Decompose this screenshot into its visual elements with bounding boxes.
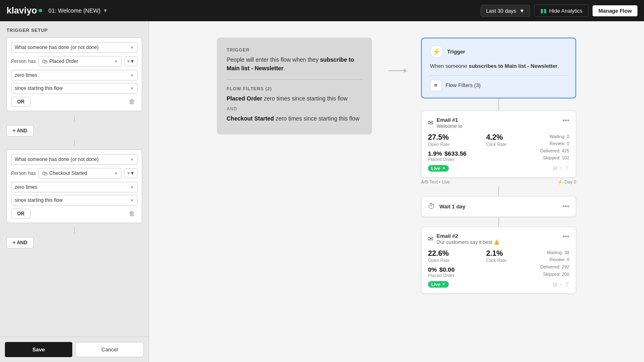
date-range-caret-icon: ▼ [519,8,525,14]
since-select-2[interactable]: since starting this flow ▼ [11,195,138,206]
person-has-row-1: Person has 🛍 Placed Order ▼ +▼ [11,56,138,67]
wait-menu-icon[interactable]: ••• [562,203,569,210]
email-1-placed-order-label: Placed Order [428,157,536,162]
hide-analytics-label: Hide Analytics [549,8,583,14]
trigger-summary-card: TRIGGER People will enter this flow when… [217,38,372,134]
since-caret-icon-1: ▼ [130,86,134,91]
delete-button-2[interactable]: 🗑 [126,209,138,218]
since-label-2: since starting this flow [15,197,62,203]
email-2-card[interactable]: ✉ Email #2 Our customers say it best 👍 •… [421,227,576,294]
email-1-skipped-row: Skipped: 102 [540,154,569,162]
up-icon[interactable]: ↑ [560,165,563,171]
filter-2-suffix: zero times since starting this flow [274,115,359,122]
plus-filter-btn-2[interactable]: +▼ [124,168,138,178]
filter-1-suffix: zero times since starting this flow [262,95,348,102]
shopify-event-1[interactable]: 🛍 Placed Order ▼ [38,56,122,67]
trigger-active-prefix: When someone [430,63,469,69]
up-2-icon[interactable]: ↑ [560,282,563,288]
wait-title: Wait 1 day [439,203,466,210]
manage-flow-button[interactable]: Manage Flow [593,5,637,16]
email-2-live-badge[interactable]: Live ▼ [428,281,449,288]
trigger-active-header: ⚡ Trigger [430,45,567,58]
klaviyo-logo: klaviyo [7,5,42,16]
filter-actions-1: OR 🗑 [11,97,138,107]
times-select-2[interactable]: zero times ▼ [11,182,138,192]
email-2-placed-order-label: Placed Order [428,273,536,278]
save-button[interactable]: Save [5,342,72,357]
since-select-1[interactable]: since starting this flow ▼ [11,83,138,94]
and-button-2[interactable]: + AND [7,237,33,248]
trigger-setup-header: TRIGGER SETUP [0,21,149,38]
filter-block-1: What someone has done (or not done) ▼ Pe… [7,38,142,111]
or-button-2[interactable]: OR [11,209,31,219]
vert-line-2 [498,186,499,196]
times-select-1[interactable]: zero times ▼ [11,70,138,80]
email-2-footer: Live ▼ ⊟ ↑ ⊤ [428,281,569,288]
clock-icon: ⏱ [428,202,435,211]
person-has-label-1: Person has [11,58,36,64]
nav-caret-icon[interactable]: ▼ [103,8,108,13]
filter-2-type-select[interactable]: What someone has done (or not done) ▼ [11,154,138,165]
times-caret-icon-1: ▼ [130,73,134,78]
email-2-menu-icon[interactable]: ••• [562,233,569,240]
filter-1-type-select[interactable]: What someone has done (or not done) ▼ [11,42,138,53]
email-1-header: ✉ Email #1 Welcome to ••• [428,117,569,129]
connector-line-1 [74,115,75,122]
email-1-skipped-val: 102 [562,155,569,160]
email-1-delivered-val: 425 [562,148,569,153]
trigger-active-suffix: . [557,63,559,69]
left-panel: TRIGGER SETUP What someone has done (or … [0,21,149,362]
live-badge-caret-icon: ▼ [442,166,446,170]
email-2-header: ✉ Email #2 Our customers say it best 👍 •… [428,233,569,245]
and-label-2: + AND [13,240,27,246]
email-2-subtitle: Our customers say it best 👍 [437,239,499,245]
email-2-open-rate-label: Open Rate [428,258,478,263]
trigger-lightning-icon: ⚡ [430,45,443,58]
connector-line-2 [74,140,75,146]
since-label-1: since starting this flow [15,85,62,91]
email-2-open-rate: 22.6% Open Rate [428,249,478,263]
since-caret-icon-2: ▼ [130,198,134,203]
email-2-stats: 22.6% Open Rate 2.1% Click Rate [428,249,536,263]
nav-left: klaviyo 01: Welcome (NEW) ▼ [7,5,108,16]
left-panel-footer: Save Cancel [0,337,149,362]
email-2-click-rate: 2.1% Click Rate [486,249,537,263]
date-range-label: Last 30 days [486,8,516,14]
date-range-select[interactable]: Last 30 days ▼ [481,5,530,17]
delete-button-1[interactable]: 🗑 [126,97,138,106]
email-2-click-rate-label: Click Rate [486,258,537,263]
and-label-1: + AND [13,128,27,134]
email-2-title-row: ✉ Email #2 Our customers say it best 👍 [428,233,499,245]
trigger-active-bold: subscribes to Main list - Newsletter [469,63,557,69]
hide-analytics-button[interactable]: ▮▮ Hide Analytics [534,4,589,17]
filter-2-icon[interactable]: ⊤ [565,282,569,288]
email-1-menu-icon[interactable]: ••• [562,117,569,124]
event-label-1: Placed Order [49,58,78,64]
trigger-description: People will enter this flow when they su… [227,56,362,73]
email-2-waiting-label: Waiting: [547,250,563,255]
and-separator: AND [227,106,362,111]
trigger-desc-prefix: People will enter this flow when they [227,56,320,63]
wait-card[interactable]: ⏱ Wait 1 day ••• [421,196,576,217]
flow-filters-row[interactable]: ≡ Flow Filters (3) [430,75,567,91]
email-1-title: Email #1 [437,117,462,123]
bookmark-icon[interactable]: ⊟ [553,165,557,171]
times-caret-icon-2: ▼ [130,185,134,190]
email-1-card[interactable]: ✉ Email #1 Welcome to ••• [421,111,576,178]
or-button-1[interactable]: OR [11,97,31,107]
trigger-active-card[interactable]: ⚡ Trigger When someone subscribes to Mai… [421,38,576,98]
cancel-button[interactable]: Cancel [76,342,144,357]
trigger-label: TRIGGER [227,47,362,52]
email-1-delivered-row: Delivered: 425 [540,147,569,155]
flow-title-label: 01: Welcome (NEW) [49,7,100,14]
email-1-waiting-label: Waiting: [549,134,565,139]
shopify-event-2[interactable]: 🛍 Checkout Started ▼ [38,168,122,179]
ab-test-bar: A/B Test • Live ⚡ Day 0 [421,178,576,186]
email-2-review-val: 0 [567,257,569,262]
and-button-1[interactable]: + AND [7,125,33,136]
bookmark-2-icon[interactable]: ⊟ [553,282,557,288]
plus-filter-btn-1[interactable]: +▼ [124,56,138,66]
email-1-title-row: ✉ Email #1 Welcome to [428,117,462,129]
email-1-live-badge[interactable]: Live ▼ [428,165,449,172]
filter-icon[interactable]: ⊤ [565,165,569,171]
